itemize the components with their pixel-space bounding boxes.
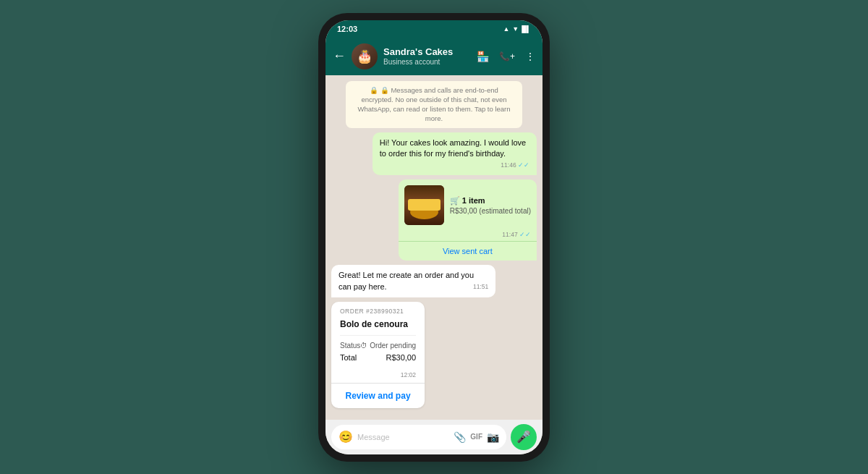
camera-icon[interactable]: 📷 (487, 431, 499, 443)
cake-thumbnail (404, 185, 444, 225)
contact-info: Sandra's Cakes Business account (383, 46, 471, 66)
status-value: ⏱ Order pending (360, 342, 416, 350)
mic-button[interactable]: 🎤 (511, 424, 537, 450)
status-time: 12:03 (337, 25, 357, 33)
cart-ticks: ✓✓ (519, 231, 531, 238)
cart-time: 11:47 (502, 231, 517, 238)
message-input-wrapper: 😊 Message 📎 GIF 📷 (331, 425, 506, 449)
view-cart-button[interactable]: View sent cart (399, 241, 537, 261)
order-number: ORDER #238990321 (331, 302, 425, 318)
received-message-1: Great! Let me create an order and you ca… (331, 265, 495, 297)
received-message-text: Great! Let me create an order and you ca… (339, 271, 474, 290)
mic-icon: 🎤 (516, 430, 531, 444)
chat-header: ← 🎂 Sandra's Cakes Business account 🏪 📞+… (326, 38, 542, 75)
order-details: Status ⏱ Order pending Total R$30,00 (331, 336, 425, 371)
encryption-notice[interactable]: 🔒 🔒 Messages and calls are end-to-end en… (346, 81, 522, 128)
status-icons: ▲ ▼ █▌ (503, 25, 531, 33)
store-icon[interactable]: 🏪 (477, 51, 489, 62)
total-row: Total R$30,00 (340, 353, 416, 362)
header-icons: 🏪 📞+ ⋮ (477, 51, 535, 62)
contact-subtitle: Business account (383, 58, 471, 66)
cart-total-label: R$30,00 (estimated total) (450, 207, 531, 215)
cart-message: 🛒 1 item R$30,00 (estimated total) 11:47… (399, 179, 537, 261)
more-options-icon[interactable]: ⋮ (525, 51, 535, 62)
status-label: Status (340, 342, 360, 350)
cart-info: 🛒 1 item R$30,00 (estimated total) (450, 196, 531, 215)
avatar[interactable]: 🎂 (352, 43, 378, 69)
cart-time-row: 11:47 ✓✓ (399, 231, 537, 241)
total-label: Total (340, 353, 357, 362)
message-input[interactable]: Message (357, 433, 449, 441)
gif-icon[interactable]: GIF (470, 433, 482, 441)
received-message-time: 11:51 (473, 283, 488, 292)
order-time: 12:02 (331, 371, 425, 383)
total-value: R$30,00 (386, 353, 416, 362)
cart-items-label: 🛒 1 item (450, 196, 531, 206)
battery-icon: █▌ (522, 25, 531, 33)
phone-frame: 12:03 ▲ ▼ █▌ ← 🎂 Sandra's Cakes Business… (318, 13, 550, 462)
status-row: Status ⏱ Order pending (340, 342, 416, 350)
read-ticks: ✓✓ (518, 161, 529, 169)
review-and-pay-button[interactable]: Review and pay (331, 383, 425, 408)
contact-name[interactable]: Sandra's Cakes (383, 46, 471, 58)
lock-icon: 🔒 (370, 86, 378, 94)
add-call-icon[interactable]: 📞+ (499, 51, 515, 62)
encryption-text: 🔒 Messages and calls are end-to-end encr… (357, 86, 510, 123)
input-bar: 😊 Message 📎 GIF 📷 🎤 (326, 420, 542, 454)
attachment-icon[interactable]: 📎 (454, 431, 466, 443)
avatar-image: 🎂 (352, 43, 378, 69)
emoji-button[interactable]: 😊 (339, 430, 353, 444)
cart-content: 🛒 1 item R$30,00 (estimated total) (399, 179, 537, 231)
order-product: Bolo de cenoura (331, 318, 425, 335)
phone-screen: 12:03 ▲ ▼ █▌ ← 🎂 Sandra's Cakes Business… (326, 20, 542, 454)
back-button[interactable]: ← (333, 48, 346, 64)
wifi-icon: ▼ (512, 25, 519, 33)
cake-image (404, 185, 444, 225)
sent-message-1: Hi! Your cakes look amazing. I would lov… (373, 132, 537, 176)
chat-area: 🔒 🔒 Messages and calls are end-to-end en… (326, 75, 542, 420)
signal-icon: ▲ (503, 25, 509, 33)
status-bar: 12:03 ▲ ▼ █▌ (326, 20, 542, 38)
sent-message-text: Hi! Your cakes look amazing. I would lov… (380, 138, 526, 158)
order-card: ORDER #238990321 Bolo de cenoura Status … (331, 302, 425, 408)
sent-message-time: 11:46 ✓✓ (501, 161, 529, 170)
